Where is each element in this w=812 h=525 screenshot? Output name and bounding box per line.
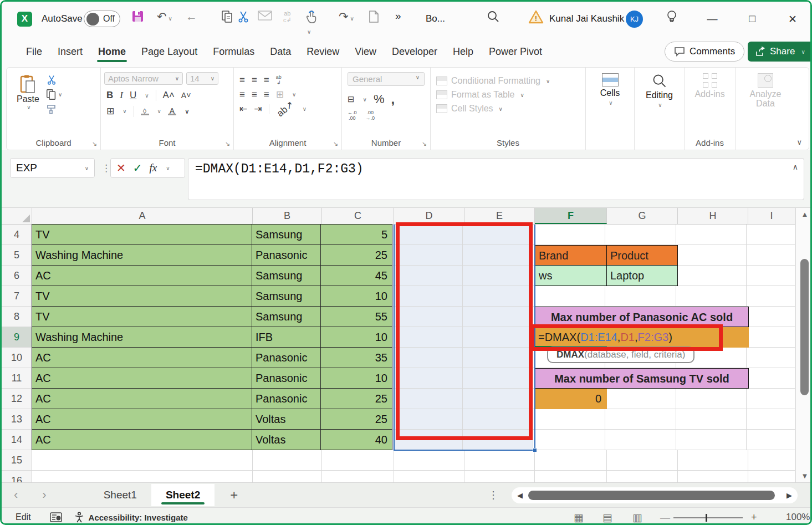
align-right-button[interactable]: ≡ <box>264 89 269 100</box>
cell-g12[interactable] <box>605 389 676 409</box>
scroll-up-icon[interactable]: ▲ <box>796 210 812 218</box>
horizontal-scrollbar[interactable]: ◀ ▶ <box>512 487 798 503</box>
align-left-button[interactable]: ≡ <box>239 89 245 100</box>
cell-i12[interactable] <box>747 389 795 409</box>
horizontal-scroll-thumb[interactable] <box>528 491 775 500</box>
column-header-i[interactable]: I <box>748 208 795 224</box>
cell-h16[interactable] <box>678 471 748 482</box>
cell-d7[interactable] <box>392 286 463 307</box>
row-header-10[interactable]: 10 <box>2 348 32 368</box>
cell-f15[interactable] <box>535 450 607 471</box>
cell-a14[interactable]: AC <box>32 429 252 450</box>
zoom-slider-thumb[interactable] <box>706 514 707 522</box>
cell-a4[interactable]: TV <box>32 224 252 245</box>
cut-button[interactable] <box>46 74 62 85</box>
cell-e16[interactable] <box>464 471 535 482</box>
row-header-13[interactable]: 13 <box>2 409 32 430</box>
copy-button[interactable]: ∨ <box>46 89 62 100</box>
cell-h7[interactable] <box>676 286 747 307</box>
cell-f4[interactable] <box>533 225 605 245</box>
cell-e14[interactable] <box>463 430 533 450</box>
cell-d15[interactable] <box>394 450 464 471</box>
cell-a7[interactable]: TV <box>32 286 252 307</box>
cell-f6-brand-criteria[interactable]: ws <box>535 265 607 286</box>
name-box[interactable]: EXP∨ <box>10 158 95 178</box>
accessibility-status[interactable]: Accessibility: Investigate <box>89 513 188 522</box>
cell-b14[interactable]: Voltas <box>252 429 321 450</box>
fill-color-button[interactable]: ◊ <box>141 108 149 115</box>
qat-overflow-button[interactable]: » <box>395 10 401 22</box>
cell-a6[interactable]: AC <box>32 265 252 286</box>
cell-c8[interactable]: 55 <box>320 306 392 327</box>
cell-d9[interactable] <box>392 327 463 348</box>
comments-button[interactable]: Comments <box>665 42 744 62</box>
cell-h5[interactable] <box>676 245 747 266</box>
increase-decimal-button[interactable]: .00→.0 <box>366 110 375 121</box>
column-header-f[interactable]: F <box>535 208 607 224</box>
scroll-left-icon[interactable]: ◀ <box>517 491 523 499</box>
column-header-e[interactable]: E <box>464 208 535 224</box>
sheet-tab-sheet1[interactable]: Sheet1 <box>89 484 151 506</box>
vertical-scroll-thumb[interactable] <box>800 259 809 395</box>
excel-logo-icon[interactable]: X <box>17 12 32 27</box>
underline-dropdown[interactable]: ∨ <box>145 93 149 99</box>
increase-indent-button[interactable]: ⇥ <box>254 103 262 115</box>
cell-a11[interactable]: AC <box>32 368 252 389</box>
warning-icon[interactable]: ! <box>528 10 544 24</box>
cell-h14[interactable] <box>676 430 747 450</box>
cell-h6[interactable] <box>676 266 747 286</box>
orientation-button[interactable]: ab↗ <box>274 99 296 119</box>
column-header-c[interactable]: C <box>322 208 394 224</box>
scroll-down-icon[interactable]: ▼ <box>796 472 812 480</box>
cell-h12[interactable] <box>676 389 747 409</box>
column-header-g[interactable]: G <box>607 208 678 224</box>
minimize-button[interactable]: — <box>703 9 722 28</box>
cell-d5[interactable] <box>392 245 463 266</box>
underline-button[interactable]: U <box>130 90 136 101</box>
tab-page-layout[interactable]: Page Layout <box>134 40 205 63</box>
cell-c5[interactable]: 25 <box>320 244 392 266</box>
tab-file[interactable]: File <box>18 40 50 63</box>
sheet-tab-sheet2[interactable]: Sheet2 <box>151 484 215 506</box>
banner-samsung-tv[interactable]: Max number of Samsung TV sold <box>535 368 749 389</box>
row-header-15[interactable]: 15 <box>2 450 32 471</box>
cell-a12[interactable]: AC <box>32 388 252 409</box>
percent-button[interactable]: % <box>374 92 385 106</box>
tab-help[interactable]: Help <box>445 40 481 63</box>
insert-function-icon[interactable]: fx <box>150 162 157 174</box>
column-header-h[interactable]: H <box>678 208 748 224</box>
zoom-out-button[interactable]: — <box>660 512 670 523</box>
cell-g13[interactable] <box>605 409 676 430</box>
editing-button[interactable]: Editing ∨ <box>638 72 681 109</box>
cell-i4[interactable] <box>747 225 795 245</box>
cell-a13[interactable]: AC <box>32 409 252 430</box>
cell-e11[interactable] <box>463 368 533 389</box>
zoom-level[interactable]: 100% <box>786 512 810 523</box>
cell-b5[interactable]: Panasonic <box>252 244 321 266</box>
cell-c11[interactable]: 10 <box>320 368 392 389</box>
cell-g5-product-header[interactable]: Product <box>606 245 678 266</box>
font-name-select[interactable]: Aptos Narrow∨ <box>104 72 183 85</box>
format-painter-button[interactable] <box>46 104 62 115</box>
cell-b10[interactable]: Panasonic <box>252 347 321 368</box>
cell-f14[interactable] <box>533 430 605 450</box>
font-dialog-launcher[interactable]: ↘ <box>225 140 230 147</box>
cell-h13[interactable] <box>676 409 747 430</box>
cell-b15[interactable] <box>253 450 322 471</box>
back-arrow-icon[interactable]: ← <box>186 10 197 23</box>
cell-g14[interactable] <box>605 430 676 450</box>
formula-input[interactable]: =DMAX(D1:E14,D1,F2:G3) <box>188 158 804 200</box>
user-name[interactable]: Kunal Jai Kaushik <box>549 13 624 24</box>
avatar[interactable]: KJ <box>626 11 643 28</box>
tab-formulas[interactable]: Formulas <box>205 40 262 63</box>
cell-c16[interactable] <box>322 471 394 482</box>
tab-review[interactable]: Review <box>299 40 347 63</box>
cell-e10[interactable] <box>463 348 533 368</box>
search-icon[interactable] <box>487 10 500 23</box>
tab-data[interactable]: Data <box>262 40 299 63</box>
column-header-d[interactable]: D <box>394 208 464 224</box>
zoom-in-button[interactable]: + <box>751 512 757 523</box>
row-header-6[interactable]: 6 <box>2 266 32 286</box>
cell-c7[interactable]: 10 <box>320 286 392 307</box>
cell-d14[interactable] <box>392 430 463 450</box>
